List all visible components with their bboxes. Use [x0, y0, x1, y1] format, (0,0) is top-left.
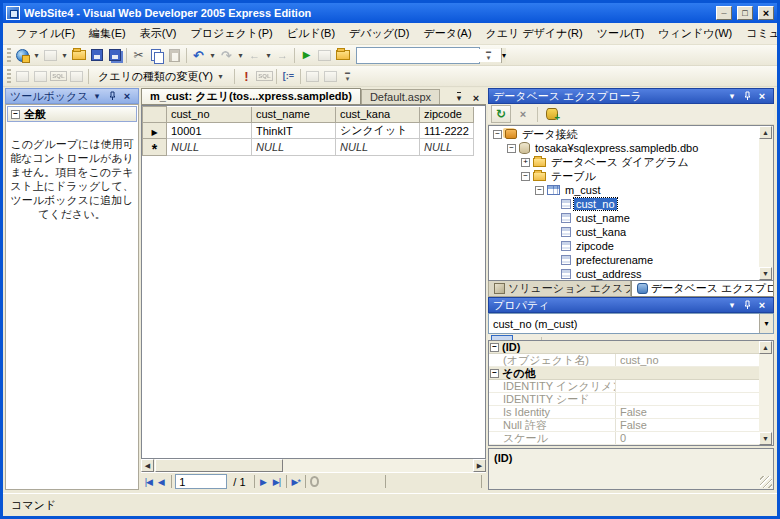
menu-build[interactable]: ビルド(B) — [280, 23, 342, 44]
window-position-icon[interactable] — [725, 299, 739, 312]
tree-item-tables[interactable]: テーブル — [489, 169, 759, 183]
tree-item-cust-name[interactable]: cust_name — [489, 211, 759, 225]
tree-item-zipcode[interactable]: zipcode — [489, 239, 759, 253]
properties-title-bar[interactable]: プロパティ — [488, 297, 774, 313]
undo-icon[interactable] — [190, 47, 207, 64]
menu-project[interactable]: プロジェクト(P) — [183, 23, 279, 44]
tree-item-diagrams[interactable]: データベース ダイアグラム — [489, 155, 759, 169]
copy-icon[interactable] — [148, 47, 165, 64]
toolbox-pin-icon[interactable] — [105, 90, 119, 103]
maximize-button[interactable] — [737, 6, 753, 20]
tab-database-explorer[interactable]: データベース エクスプローラ — [631, 281, 774, 297]
minimize-button[interactable] — [716, 6, 732, 20]
move-first-icon[interactable] — [143, 474, 154, 489]
tab-solution-explorer[interactable]: ソリューション エクスプローラ — [488, 281, 631, 297]
new-row-indicator-icon[interactable] — [143, 139, 167, 156]
menu-view[interactable]: 表示(V) — [133, 23, 184, 44]
scroll-right-icon[interactable]: ▶ — [473, 459, 486, 472]
pin-icon[interactable] — [740, 299, 754, 312]
toolbar-grip[interactable] — [7, 48, 11, 63]
scroll-down-icon[interactable]: ▼ — [759, 267, 772, 280]
scrollbar-thumb[interactable] — [155, 459, 283, 472]
collapse-icon[interactable] — [493, 130, 502, 139]
move-previous-icon[interactable] — [156, 474, 167, 489]
sort-filter-icon[interactable] — [280, 68, 297, 85]
move-next-icon[interactable] — [258, 474, 269, 489]
object-selector-combobox[interactable]: cust_no (m_cust) — [488, 313, 774, 334]
collapse-icon[interactable] — [490, 343, 499, 352]
move-to-new-row-icon[interactable] — [290, 474, 301, 489]
cell-cust-no[interactable]: 10001 — [167, 123, 252, 139]
property-row[interactable]: IDENTITY シード — [489, 393, 759, 406]
toolbox-window-position-icon[interactable] — [90, 90, 104, 103]
tree-item-database[interactable]: tosaka¥sqlexpress.sampledb.dbo — [489, 141, 759, 155]
toolbar-combobox[interactable] — [356, 47, 480, 64]
table-row-new[interactable]: NULL NULL NULL NULL — [143, 139, 474, 156]
object-selector-dropdown[interactable] — [759, 314, 773, 333]
tree-item-cust-kana[interactable]: cust_kana — [489, 225, 759, 239]
scroll-down-icon[interactable]: ▼ — [759, 432, 772, 445]
execute-sql-icon[interactable] — [238, 68, 255, 85]
resize-grip[interactable] — [760, 476, 772, 488]
menu-tools[interactable]: ツール(T) — [590, 23, 652, 44]
new-website-dropdown[interactable] — [32, 47, 41, 64]
menu-debug[interactable]: デバッグ(D) — [342, 23, 416, 44]
save-all-icon[interactable] — [106, 47, 123, 64]
cell-zipcode[interactable]: NULL — [420, 139, 474, 156]
tree-item-m-cust[interactable]: m_cust — [489, 183, 759, 197]
tab-query-result[interactable]: m_cust: クエリ(tos...xpress.sampledb) — [141, 88, 361, 104]
toolbox-section-general[interactable]: 全般 — [7, 106, 137, 122]
toolbar-combobox-dropdown[interactable] — [501, 48, 506, 63]
menu-file[interactable]: ファイル(F) — [9, 23, 82, 44]
collapse-icon[interactable] — [521, 172, 530, 181]
cut-icon[interactable] — [130, 47, 147, 64]
property-grid-scrollbar[interactable]: ▲ ▼ — [759, 341, 773, 445]
column-header-zipcode[interactable]: zipcode — [420, 107, 474, 123]
save-icon[interactable] — [88, 47, 105, 64]
tree-item-data-connections[interactable]: データ接続 — [489, 127, 759, 141]
open-file-icon[interactable] — [70, 47, 87, 64]
database-explorer-title-bar[interactable]: データベース エクスプローラ — [488, 88, 774, 104]
change-query-type-button[interactable]: クエリの種類の変更(Y) — [92, 67, 231, 86]
collapse-icon[interactable] — [507, 144, 516, 153]
menu-community[interactable]: コミュニティ(C) — [739, 23, 780, 44]
title-bar[interactable]: WebSite4 - Visual Web Developer 2005 Exp… — [3, 3, 777, 23]
toolbox-title-bar[interactable]: ツールボックス — [5, 88, 139, 104]
cell-cust-no[interactable]: NULL — [167, 139, 252, 156]
scroll-up-icon[interactable]: ▲ — [759, 341, 772, 354]
menu-window[interactable]: ウィンドウ(W) — [651, 23, 739, 44]
new-website-icon[interactable] — [14, 47, 31, 64]
pin-icon[interactable] — [740, 90, 754, 103]
column-header-cust-name[interactable]: cust_name — [252, 107, 336, 123]
toolbox-close-icon[interactable] — [120, 90, 134, 103]
refresh-icon[interactable] — [491, 105, 511, 123]
collapse-icon[interactable] — [490, 369, 499, 378]
active-files-icon[interactable] — [452, 91, 466, 104]
property-row[interactable]: スケール 0 — [489, 432, 759, 445]
menu-query-designer[interactable]: クエリ デザイナ(R) — [479, 23, 590, 44]
collapse-icon[interactable] — [535, 186, 544, 195]
scroll-left-icon[interactable]: ◀ — [141, 459, 154, 472]
browse-with-icon[interactable] — [334, 47, 351, 64]
horizontal-scrollbar[interactable]: ◀ ▶ — [141, 459, 486, 472]
tree-item-cust-address[interactable]: cust_address — [489, 267, 759, 281]
close-panel-icon[interactable] — [755, 299, 769, 312]
start-debugging-icon[interactable] — [298, 47, 315, 64]
toolbar-overflow-button[interactable] — [483, 47, 494, 64]
expand-icon[interactable] — [521, 158, 530, 167]
menu-data[interactable]: データ(A) — [416, 23, 478, 44]
move-last-icon[interactable] — [271, 474, 282, 489]
cell-cust-name[interactable]: NULL — [252, 139, 336, 156]
add-connection-icon[interactable] — [542, 105, 562, 123]
tree-item-prefecturename[interactable]: prefecturename — [489, 253, 759, 267]
toolbar-overflow-button[interactable] — [342, 68, 353, 85]
toolbar-grip[interactable] — [7, 69, 11, 84]
table-row[interactable]: 10001 ThinkIT シンクイット 111-2222 — [143, 123, 474, 139]
cell-cust-name[interactable]: ThinkIT — [252, 123, 336, 139]
close-button[interactable] — [758, 6, 774, 20]
menu-edit[interactable]: 編集(E) — [82, 23, 133, 44]
tree-vertical-scrollbar[interactable]: ▲ ▼ — [759, 126, 773, 280]
close-document-icon[interactable] — [469, 91, 483, 104]
window-position-icon[interactable] — [725, 90, 739, 103]
collapse-icon[interactable] — [11, 110, 20, 119]
